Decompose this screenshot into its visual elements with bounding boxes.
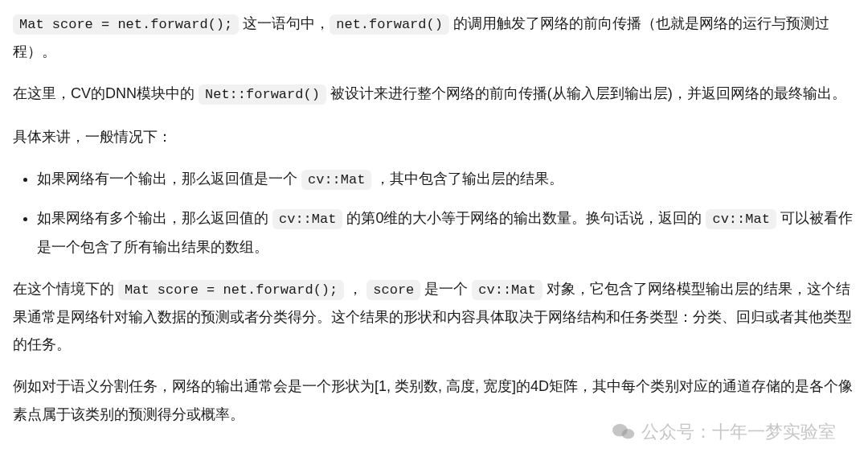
inline-code: cv::Mat bbox=[301, 170, 371, 190]
paragraph-1: Mat score = net.forward(); 这一语句中，net.for… bbox=[13, 10, 855, 65]
text: 是一个 bbox=[420, 281, 472, 297]
inline-code: Mat score = net.forward(); bbox=[118, 280, 344, 300]
text: ， bbox=[344, 281, 366, 297]
text: 这一语句中， bbox=[239, 15, 330, 31]
inline-code: cv::Mat bbox=[272, 209, 342, 229]
inline-code: cv::Mat bbox=[706, 209, 776, 229]
paragraph-3: 具体来讲，一般情况下： bbox=[13, 123, 855, 150]
inline-code: score bbox=[366, 280, 420, 300]
text: 例如对于语义分割任务，网络的输出通常会是一个形状为[1, 类别数, 高度, 宽度… bbox=[13, 378, 853, 422]
bullet-list: 如果网络有一个输出，那么返回值是一个 cv::Mat ，其中包含了输出层的结果。… bbox=[13, 165, 855, 261]
paragraph-5: 例如对于语义分割任务，网络的输出通常会是一个形状为[1, 类别数, 高度, 宽度… bbox=[13, 372, 855, 427]
svg-point-1 bbox=[622, 429, 635, 438]
text: 被设计来进行整个网络的前向传播(从输入层到输出层)，并返回网络的最终输出。 bbox=[326, 85, 846, 101]
text: 如果网络有多个输出，那么返回值的 bbox=[37, 210, 272, 226]
text: ，其中包含了输出层的结果。 bbox=[371, 171, 563, 187]
inline-code: Mat score = net.forward(); bbox=[13, 14, 239, 35]
inline-code: cv::Mat bbox=[472, 280, 542, 300]
list-item: 如果网络有多个输出，那么返回值的 cv::Mat 的第0维的大小等于网络的输出数… bbox=[37, 204, 855, 260]
inline-code: Net::forward() bbox=[199, 84, 326, 105]
inline-code: net.forward() bbox=[330, 14, 449, 35]
text: 在这里，CV的DNN模块中的 bbox=[13, 85, 199, 101]
text: 在这个情境下的 bbox=[13, 281, 118, 297]
text: 的第0维的大小等于网络的输出数量。换句话说，返回的 bbox=[342, 210, 706, 226]
paragraph-4: 在这个情境下的 Mat score = net.forward(); ， sco… bbox=[13, 275, 855, 359]
text: 如果网络有一个输出，那么返回值是一个 bbox=[37, 171, 301, 187]
list-item: 如果网络有一个输出，那么返回值是一个 cv::Mat ，其中包含了输出层的结果。 bbox=[37, 165, 855, 193]
text: 具体来讲，一般情况下： bbox=[13, 129, 172, 145]
paragraph-2: 在这里，CV的DNN模块中的 Net::forward() 被设计来进行整个网络… bbox=[13, 80, 855, 108]
